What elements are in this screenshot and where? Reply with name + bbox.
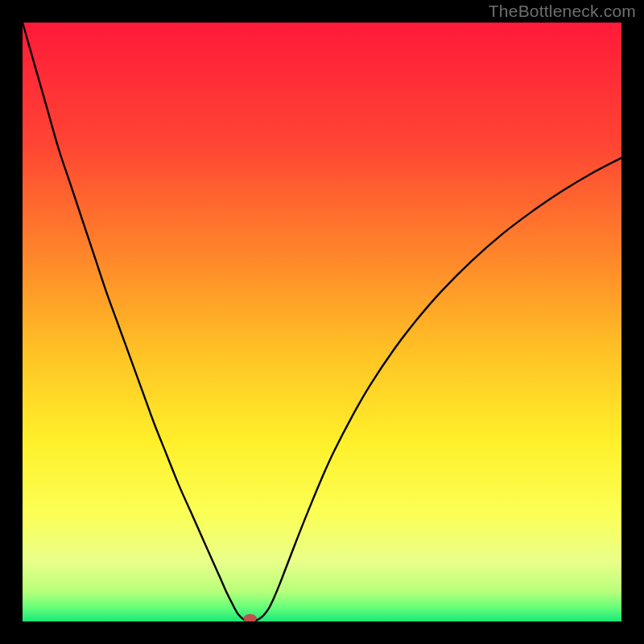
watermark-label: TheBottleneck.com	[489, 2, 636, 21]
chart-frame: TheBottleneck.com	[0, 0, 644, 644]
plot-area	[23, 23, 621, 621]
chart-svg	[23, 23, 621, 621]
gradient-background	[23, 23, 621, 621]
